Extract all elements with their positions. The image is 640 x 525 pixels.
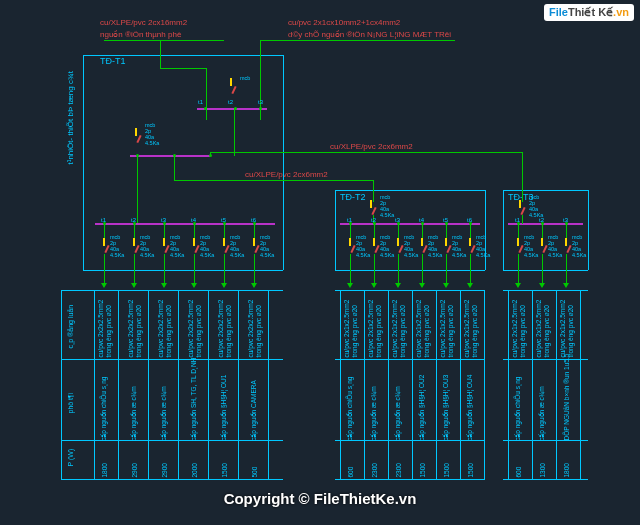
cable-text: cu/pvc 2x2x2.5mm2 [97,300,104,358]
cable-label-2: nguồn ®iÖn thµnh phè [100,30,181,39]
power-text: 2300 [371,463,378,477]
load-text: DÕP NGUåN b×nh ®un 1u5.5 [563,354,570,441]
arrow-icon [191,283,197,288]
cable-text: cu/pvc 2x1x2.5mm2 [367,300,374,358]
cable-text: cu/pvc 2x2x2.5mm2 [127,300,134,358]
cable-text: cu/pvc 2x2x2.5mm2 [247,300,254,358]
load-text: cấp nguồn æ c¾m [130,386,138,441]
load-text: cấp nguồn chiÕu s¸ng [346,377,354,441]
feeder-line-2 [174,180,374,181]
arrow-icon [131,283,137,288]
side-label: t¹nhiÖt- thiÕt bÞ tæng c¾t [66,71,75,164]
cable-text: cu/pvc 2x1x2.5mm2 [439,300,446,358]
arrow-icon [467,283,473,288]
arrow-icon [419,283,425,288]
cable-text: cu/pvc 2x2x2.5mm2 [217,300,224,358]
bus-p1 [95,223,275,225]
load-text: cấp nguồn §H§H¦ OU2 [418,375,426,441]
panel-label-2: TĐ-T2 [340,192,366,202]
cable-text: cu/pvc 2x1x2.5mm2 [511,300,518,358]
feeder-line-1 [210,152,523,153]
cable-text: cu/pvc 2x2x2.5mm2 [157,300,164,358]
load-text: cấp nguồn æ c¾m [370,386,378,441]
cable-text: cu/pvc 2x1x2.5mm2 [535,300,542,358]
power-text: 2000 [191,463,198,477]
load-text: cấp nguồn §H§H¦ OU4 [466,375,474,441]
cable-text: cu/pvc 2x1x2.5mm2 [559,300,566,358]
bus-mid [130,155,210,157]
power-text: 1800 [101,463,108,477]
cable-label-6: cu/XLPE/pvc 2cx6mm2 [245,170,328,179]
power-text: 1500 [467,463,474,477]
cable-text: cu/pvc 2x1x2.5mm2 [415,300,422,358]
power-text: 2900 [161,463,168,477]
arrow-icon [563,283,569,288]
load-text: cấp nguồn SH, TG, TL D¸NH [190,358,198,441]
cable-label-1: cu/XLPE/pvc 2cx16mm2 [100,18,187,27]
load-text: cấp nguồn CAMERA [250,380,258,441]
cable-text: cu/pvc 2x1x2.5mm2 [463,300,470,358]
cable-label-4: d©y chÕ nguồn ®iÖn N¡NG L¦îNG MÆT TRêi [288,30,451,39]
power-text: 1500 [443,463,450,477]
power-text: 1500 [419,463,426,477]
load-text: cấp nguồn æ c¾m [538,386,546,441]
arrow-icon [443,283,449,288]
load-text: cấp nguồn æ c¾m [160,386,168,441]
bus-p2 [340,223,480,225]
arrow-icon [515,283,521,288]
power-text: 2300 [395,463,402,477]
power-text: 600 [515,467,522,478]
row-label-2: phô t¶i [67,393,74,414]
power-text: 1500 [221,463,228,477]
row-label-1: c¸p ®ång luån [67,305,74,349]
arrow-icon [539,283,545,288]
panel-label-1: TĐ-T1 [100,56,126,66]
arrow-icon [371,283,377,288]
row-label-3: P (W) [67,449,74,467]
power-text: 2900 [131,463,138,477]
cable-label-5: cu/XLPE/pvc 2cx6mm2 [330,142,413,151]
cable-text: cu/pvc 2x1x2.5mm2 [391,300,398,358]
arrow-icon [395,283,401,288]
bus-top [197,108,267,110]
arrow-icon [221,283,227,288]
cable-text: cu/pvc 2x2x2.5mm2 [187,300,194,358]
arrow-icon [251,283,257,288]
power-text: 1300 [539,463,546,477]
panel3-border [503,190,588,191]
load-text: cấp nguồn §H§H¦ OU3 [442,375,450,441]
mcb-icon [230,78,232,86]
arrow-icon [347,283,353,288]
power-text: 600 [347,467,354,478]
power-text: 500 [251,467,258,478]
power-text: 1800 [563,463,570,477]
cable-text: cu/pvc 2x1x2.5mm2 [343,300,350,358]
logo: FileThiết Kế.vn [544,4,634,21]
load-text: cấp nguồn chiÕu s¸ng [514,377,522,441]
copyright: Copyright © FileThietKe.vn [0,490,640,507]
load-text: cấp nguồn æ c¾m [394,386,402,441]
load-text: cấp nguồn chiÕu s¸ng [100,377,108,441]
panel2-border [335,190,485,191]
load-text: cấp nguồn §H§H¦ OU1 [220,375,228,441]
cable-label-3: cu/pvc 2x1cx10mm2+1cx4mm2 [288,18,400,27]
arrow-icon [161,283,167,288]
arrow-icon [101,283,107,288]
